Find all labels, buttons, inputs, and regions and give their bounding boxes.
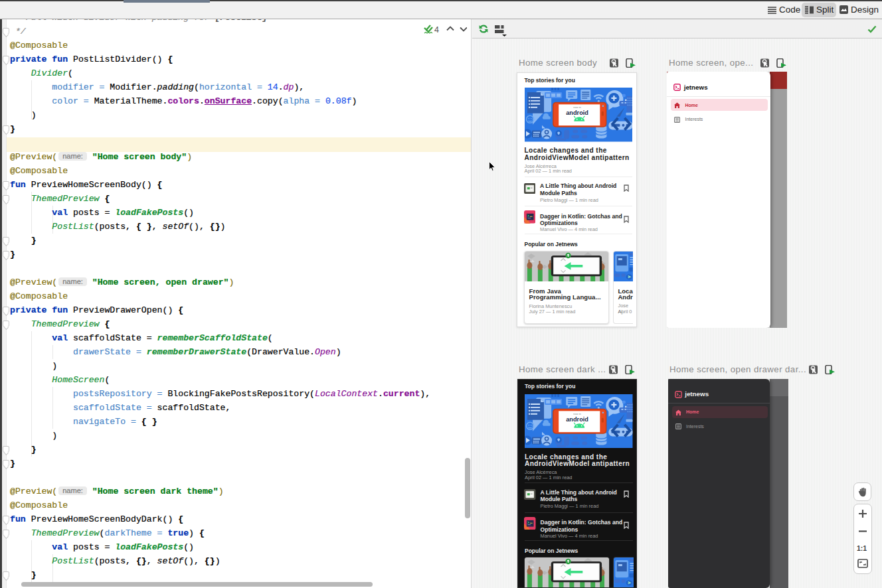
svg-text:android: android <box>566 415 588 422</box>
svg-text:android: android <box>566 110 588 116</box>
svg-text:now in: now in <box>573 412 581 415</box>
svg-text:4: 4 <box>434 25 439 35</box>
svg-text:now in: now in <box>573 106 581 109</box>
